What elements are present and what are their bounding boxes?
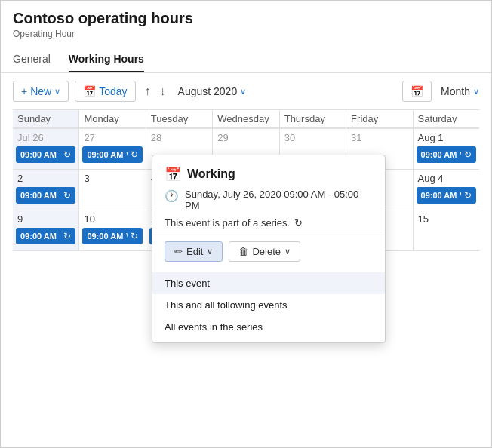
- event-time: 09:00 AM: [87, 232, 123, 241]
- app-header: Contoso operating hours Operating Hour: [1, 1, 491, 39]
- month-chevron-icon: ∨: [473, 87, 479, 97]
- cal-cell-jul27: 27 09:00 AM Working ↻: [79, 129, 146, 169]
- event-aug4[interactable]: 09:00 AM Working ↻: [417, 187, 476, 204]
- event-title: Working: [460, 150, 461, 159]
- event-title: Working: [126, 150, 128, 159]
- date-jul29: 29: [213, 129, 278, 145]
- date-2: 2: [13, 170, 78, 186]
- popup-menu: This event This and all following events…: [152, 269, 385, 342]
- cal-cell-9: 9 09:00 AM Working ↻: [13, 210, 79, 250]
- cal-cell-3: 3: [79, 170, 146, 210]
- popup-datetime: Sunday, July 26, 2020 09:00 AM - 05:00 P…: [185, 189, 373, 211]
- cal-cell-aug1: Aug 1 09:00 AM Working ↻: [414, 129, 479, 169]
- event-2[interactable]: 09:00 AM Working ↻: [16, 187, 75, 204]
- trash-icon: 🗑: [238, 246, 248, 257]
- event-time: 09:00 AM: [421, 150, 457, 159]
- date-3: 3: [79, 170, 145, 186]
- event-jul27[interactable]: 09:00 AM Working ↻: [82, 146, 142, 163]
- cal-cell-15: 15: [414, 210, 479, 250]
- calendar-icon: 📅: [411, 85, 423, 97]
- popup-clock-icon: 🕐: [165, 189, 179, 203]
- popup-header: 📅 Working: [152, 155, 385, 186]
- nav-arrows: ↑ ↓: [142, 81, 169, 101]
- app-subtitle: Operating Hour: [13, 29, 479, 39]
- today-label: Today: [99, 85, 127, 97]
- current-date-label: August 2020: [178, 85, 238, 97]
- popup-refresh-icon: ↻: [294, 217, 303, 229]
- day-header-tuesday: Tuesday: [146, 110, 212, 127]
- edit-chevron-icon: ∨: [207, 247, 213, 256]
- recycle-icon: ↻: [131, 231, 138, 241]
- delete-label: Delete: [252, 246, 281, 257]
- event-time: 09:00 AM: [20, 232, 57, 241]
- popup-actions: ✏ Edit ∨ 🗑 Delete ∨: [152, 235, 385, 269]
- event-title: Working: [60, 232, 61, 241]
- event-9[interactable]: 09:00 AM Working ↻: [16, 228, 75, 244]
- calendar-area: Sunday Monday Tuesday Wednesday Thursday…: [1, 109, 491, 251]
- date-chevron-icon: ∨: [240, 87, 246, 97]
- date-jul31: 31: [346, 129, 412, 145]
- new-label: New: [30, 85, 51, 97]
- recycle-icon: ↻: [464, 149, 472, 160]
- popup-series-row: This event is part of a series. ↻: [152, 214, 385, 235]
- tab-general[interactable]: General: [13, 47, 51, 72]
- recycle-icon: ↻: [464, 190, 472, 201]
- date-aug1: Aug 1: [414, 129, 479, 145]
- popup-datetime-row: 🕐 Sunday, July 26, 2020 09:00 AM - 05:00…: [152, 186, 385, 214]
- tab-bar: General Working Hours: [1, 39, 491, 73]
- next-arrow-button[interactable]: ↓: [157, 81, 169, 101]
- pencil-icon: ✏: [174, 246, 183, 257]
- event-popup: 📅 Working 🕐 Sunday, July 26, 2020 09:00 …: [152, 155, 386, 343]
- recycle-icon: ↻: [63, 190, 71, 201]
- day-header-monday: Monday: [78, 110, 145, 127]
- plus-icon: +: [21, 85, 27, 97]
- menu-item-all-events[interactable]: All events in the series: [152, 316, 385, 338]
- day-header-friday: Friday: [346, 110, 412, 127]
- event-title: Working: [460, 191, 461, 200]
- date-15: 15: [414, 210, 479, 226]
- event-title: Working: [60, 150, 61, 159]
- day-header-thursday: Thursday: [279, 110, 346, 127]
- date-10: 10: [79, 210, 145, 226]
- cal-cell-aug4: Aug 4 09:00 AM Working ↻: [414, 170, 479, 210]
- new-button[interactable]: + New ∨: [13, 81, 69, 102]
- date-9: 9: [13, 210, 78, 226]
- date-jul27: 27: [79, 129, 145, 145]
- event-aug1[interactable]: 09:00 AM Working ↻: [417, 146, 476, 163]
- menu-item-this-event[interactable]: This event: [152, 272, 385, 294]
- delete-button[interactable]: 🗑 Delete ∨: [229, 241, 300, 262]
- popup-title: Working: [187, 167, 235, 181]
- edit-button[interactable]: ✏ Edit ∨: [165, 241, 223, 262]
- month-selector[interactable]: Month ∨: [441, 85, 479, 97]
- today-calendar-icon: 📅: [83, 85, 96, 97]
- recycle-icon: ↻: [63, 149, 71, 160]
- event-title: Working: [126, 232, 128, 241]
- new-chevron-icon: ∨: [54, 87, 60, 97]
- popup-calendar-icon: 📅: [165, 166, 181, 183]
- month-label: Month: [441, 85, 470, 97]
- date-jul28: 28: [146, 129, 212, 145]
- tab-working-hours[interactable]: Working Hours: [69, 47, 144, 72]
- delete-chevron-icon: ∨: [284, 247, 291, 256]
- day-header-sunday: Sunday: [13, 110, 78, 127]
- recycle-icon: ↻: [131, 149, 138, 160]
- date-jul26: Jul 26: [13, 129, 78, 145]
- app-title: Contoso operating hours: [13, 10, 479, 27]
- calendar-icon-btn[interactable]: 📅: [402, 81, 432, 102]
- date-selector[interactable]: August 2020 ∨: [178, 85, 247, 97]
- cal-cell-10: 10 09:00 AM Working ↻: [79, 210, 146, 250]
- prev-arrow-button[interactable]: ↑: [142, 81, 154, 101]
- menu-item-this-and-following[interactable]: This and all following events: [152, 294, 385, 316]
- event-title: Working: [60, 191, 61, 200]
- event-time: 09:00 AM: [20, 150, 57, 159]
- event-time: 09:00 AM: [421, 191, 457, 200]
- event-10[interactable]: 09:00 AM Working ↻: [82, 228, 142, 244]
- day-header-saturday: Saturday: [413, 110, 479, 127]
- event-time: 09:00 AM: [87, 150, 123, 159]
- date-jul30: 30: [280, 129, 346, 145]
- toolbar: + New ∨ 📅 Today ↑ ↓ August 2020 ∨ 📅 Mont…: [1, 73, 491, 109]
- day-header-wednesday: Wednesday: [212, 110, 278, 127]
- event-jul26[interactable]: 09:00 AM Working ↻: [16, 146, 75, 163]
- event-time: 09:00 AM: [20, 191, 57, 200]
- today-button[interactable]: 📅 Today: [75, 81, 135, 102]
